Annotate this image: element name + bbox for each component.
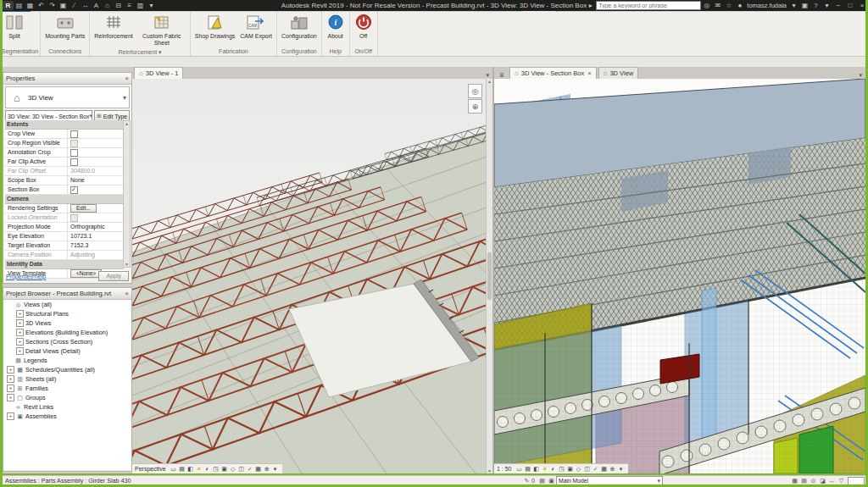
expand-icon[interactable]: + <box>7 366 14 374</box>
right-view-tab-section-box[interactable]: ⌂ 3D View - Section Box × <box>509 67 597 79</box>
shadows-icon[interactable]: ◐ <box>203 465 212 473</box>
annotation-crop-checkbox[interactable] <box>70 149 78 157</box>
view-bar-more-icon[interactable]: ▾ <box>271 465 280 473</box>
default-3d-view-icon[interactable]: ⌂ <box>102 1 113 10</box>
tree-item-groups[interactable]: +▢Groups <box>4 393 131 402</box>
scale-icon[interactable]: ▭ <box>515 465 524 473</box>
crop-view-checkbox[interactable] <box>70 130 78 138</box>
tree-item-views[interactable]: ◎Views (all) <box>4 300 131 309</box>
crop-view-icon[interactable]: ◳ <box>558 465 566 473</box>
reveal-constraints-icon[interactable]: ⊕ <box>263 465 271 473</box>
temporary-hide-isolate-icon[interactable]: ◇ <box>575 465 583 473</box>
crop-region-icon[interactable]: ▣ <box>566 465 575 473</box>
tree-item-revit-links[interactable]: ∞Revit Links <box>4 402 131 412</box>
search-icon[interactable]: ◎ <box>701 1 712 10</box>
expand-icon[interactable]: + <box>7 375 14 383</box>
crop-view-icon[interactable]: ◳ <box>212 465 220 473</box>
right-view-list-caret-icon[interactable]: ▾ <box>855 72 865 79</box>
scope-box-value[interactable]: None <box>70 176 85 185</box>
section-box-checkbox[interactable] <box>70 186 78 194</box>
open-icon[interactable]: ▤ <box>14 1 25 10</box>
custom-fabric-sheet-button[interactable]: Custom Fabric Sheet <box>136 13 188 47</box>
property-group-identity-data[interactable]: Identity Data <box>5 260 124 269</box>
projection-mode-value[interactable]: Orthographic <box>70 223 104 231</box>
tree-item-legends[interactable]: ▤Legends <box>4 356 131 365</box>
right-view-tab-3d-view[interactable]: ⌂ 3D View <box>598 67 639 79</box>
expand-icon[interactable]: + <box>7 412 14 420</box>
target-elevation-value[interactable]: 7152.3 <box>70 241 88 250</box>
reveal-constraints-icon[interactable]: ⊕ <box>609 465 617 473</box>
tree-item-sheets[interactable]: +▥Sheets (all) <box>4 374 131 384</box>
navigation-wheel-button[interactable]: ◎ <box>468 84 482 98</box>
shadows-icon[interactable]: ◐ <box>549 465 558 473</box>
section-icon[interactable]: ⊟ <box>113 1 124 10</box>
sun-path-icon[interactable]: ☀ <box>541 465 549 473</box>
tree-item-sections[interactable]: +Sections (Cross Section) <box>4 337 131 346</box>
search-input[interactable] <box>596 1 701 10</box>
user-icon[interactable]: ● <box>734 1 745 10</box>
reveal-hidden-icon[interactable]: ◫ <box>237 465 246 473</box>
user-interface-icon[interactable]: ▥ <box>135 1 146 10</box>
measure-icon[interactable]: ∕ <box>69 1 80 10</box>
properties-help-link[interactable]: Properties help <box>6 274 46 279</box>
worksharing-display-icon[interactable]: ✓ <box>592 465 600 473</box>
project-browser-header[interactable]: Project Browser - Precast Building.rvt × <box>3 288 131 300</box>
communication-center-icon[interactable]: ✉ <box>712 1 723 10</box>
select-links-icon[interactable]: ▦ <box>790 478 799 484</box>
property-row-crop-view[interactable]: Crop View <box>5 130 124 139</box>
property-row-far-clip-offset[interactable]: Far Clip Offset304800.0 <box>5 167 124 176</box>
temporary-view-properties-icon[interactable]: ▦ <box>254 465 263 473</box>
design-options-icon[interactable]: ▣ <box>547 478 556 484</box>
view-bar-more-icon[interactable]: ▾ <box>617 465 626 473</box>
tree-item-detail-views[interactable]: +Detail Views (Detail) <box>4 346 131 356</box>
configuration-button[interactable]: Configuration <box>279 13 320 41</box>
infocenter-collapse-icon[interactable]: ▸ <box>585 1 596 10</box>
tab-close-icon[interactable]: × <box>587 69 591 77</box>
aligned-dimension-icon[interactable]: ↔ <box>80 1 91 10</box>
property-row-camera-position[interactable]: Camera PositionAdjusting <box>5 251 124 260</box>
property-row-locked-orientation[interactable]: Locked Orientation <box>5 213 124 223</box>
right-3d-canvas[interactable]: 1 : 50 ▭ ▤ ◧ ☀ ◐ ◳ ▣ ◇ ◫ ✓ ▦ ⊕ ▾ <box>494 79 865 473</box>
far-clip-active-checkbox[interactable] <box>70 158 78 166</box>
property-group-camera[interactable]: Camera <box>5 195 124 204</box>
type-selector-caret-icon[interactable]: ▾ <box>123 94 126 102</box>
drag-on-selection-icon[interactable]: ↔ <box>827 478 837 484</box>
signed-in-user[interactable]: tomasz.fudala <box>747 2 787 9</box>
temporary-view-properties-icon[interactable]: ▦ <box>600 465 609 473</box>
redo-icon[interactable]: ↷ <box>47 1 58 10</box>
property-row-annotation-crop[interactable]: Annotation Crop <box>5 148 124 158</box>
properties-header[interactable]: Properties × <box>3 73 131 85</box>
help-menu-caret-icon[interactable]: ▾ <box>821 1 832 10</box>
scale-icon[interactable]: ▭ <box>170 465 178 473</box>
favorites-icon[interactable]: ☆ <box>723 1 734 10</box>
property-row-eye-elevation[interactable]: Eye Elevation10723.1 <box>5 232 124 241</box>
about-button[interactable]: i About <box>324 13 348 41</box>
tree-item-structural-plans[interactable]: +Structural Plans <box>4 309 131 318</box>
visual-style-icon[interactable]: ◧ <box>532 465 541 473</box>
project-browser-close-icon[interactable]: × <box>125 290 129 297</box>
undo-icon[interactable]: ↶ <box>36 1 47 10</box>
restore-button[interactable]: □ <box>844 1 856 10</box>
property-row-projection-mode[interactable]: Projection ModeOrthographic <box>5 223 124 232</box>
split-button[interactable]: Split <box>2 13 27 41</box>
visual-style-icon[interactable]: ◧ <box>186 465 195 473</box>
type-selector[interactable]: ⌂ 3D View ▾ <box>5 86 130 108</box>
text-icon[interactable]: A <box>91 1 102 10</box>
help-icon[interactable]: ? <box>810 1 821 10</box>
crop-region-icon[interactable]: ▣ <box>220 465 229 473</box>
viewport-splitter[interactable] <box>492 67 494 473</box>
select-by-face-icon[interactable]: ◪ <box>818 478 827 484</box>
property-row-scope-box[interactable]: Scope BoxNone <box>5 176 124 185</box>
tree-item-3d-views[interactable]: +3D Views <box>4 318 131 328</box>
reinforcement-button[interactable]: Reinforcement <box>92 13 136 41</box>
scale-label[interactable]: 1 : 50 <box>497 466 512 472</box>
left-3d-canvas[interactable]: ◎ ⊕ ▲▼ Perspective ▭ ▤ ◧ ☀ ◐ ◳ ▣ ◇ ◫ ✓ ▦… <box>132 79 492 473</box>
perspective-label[interactable]: Perspective <box>135 466 166 472</box>
app-store-icon[interactable]: ▣ <box>799 1 810 10</box>
detail-level-icon[interactable]: ▤ <box>178 465 186 473</box>
property-row-section-box[interactable]: Section Box <box>5 185 124 195</box>
properties-scrollbar[interactable]: ▲▼ <box>123 120 131 268</box>
revit-logo-icon[interactable]: R <box>3 1 14 10</box>
eye-elevation-value[interactable]: 10723.1 <box>70 232 92 241</box>
shop-drawings-button[interactable]: Shop Drawings <box>192 13 237 41</box>
